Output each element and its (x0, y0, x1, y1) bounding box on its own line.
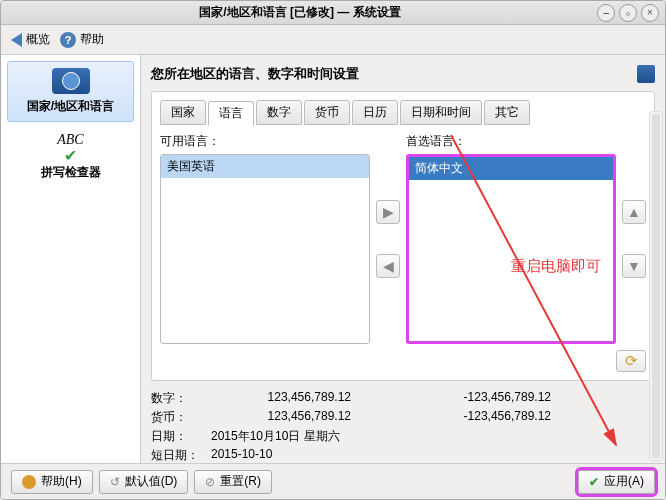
help-button[interactable]: 帮助(H) (11, 470, 93, 494)
window-title: 国家/地区和语言 [已修改] — 系统设置 (7, 4, 593, 21)
sidebar-item-locale[interactable]: 国家/地区和语言 (7, 61, 134, 122)
content-pane: 您所在地区的语言、数字和时间设置 国家 语言 数字 货币 日历 日期和时间 其它… (141, 55, 665, 463)
example-label: 日期： (151, 428, 211, 445)
overview-button[interactable]: 概览 (11, 31, 50, 48)
example-label: 数字： (151, 390, 211, 407)
tab-language[interactable]: 语言 (208, 101, 254, 126)
help-button[interactable]: ? 帮助 (60, 31, 104, 48)
main-area: 国家/地区和语言 ABC ✔ 拼写检查器 您所在地区的语言、数字和时间设置 国家… (1, 55, 665, 463)
reload-button[interactable]: ⟳ (616, 350, 646, 372)
minimize-button[interactable]: ‒ (597, 4, 615, 22)
example-value: 2015-10-10 (211, 447, 391, 463)
help-label: 帮助(H) (41, 473, 82, 490)
preferred-label: 首选语言： (406, 133, 616, 150)
apply-label: 应用(A) (604, 473, 644, 490)
example-row-shortdate: 短日期： 2015-10-10 (151, 446, 655, 463)
remove-language-button[interactable]: ◀ (376, 254, 400, 278)
list-item[interactable]: 简体中文 (409, 157, 613, 180)
example-row-number: 数字： 123,456,789.12 -123,456,789.12 (151, 389, 655, 408)
tab-country[interactable]: 国家 (160, 100, 206, 125)
tab-numbers[interactable]: 数字 (256, 100, 302, 125)
format-examples: 数字： 123,456,789.12 -123,456,789.12 货币： 1… (151, 389, 655, 463)
example-value: 2015年10月10日 星期六 (211, 428, 391, 445)
tab-other[interactable]: 其它 (484, 100, 530, 125)
close-button[interactable]: × (641, 4, 659, 22)
check-icon: ✔ (9, 148, 132, 164)
lifebuoy-icon (22, 475, 36, 489)
back-arrow-icon (11, 33, 22, 47)
vertical-scrollbar[interactable] (649, 111, 663, 461)
toolbar: 概览 ? 帮助 (1, 25, 665, 55)
defaults-label: 默认值(D) (125, 473, 178, 490)
example-value-negative: -123,456,789.12 (391, 409, 551, 426)
available-column: 可用语言： 美国英语 (160, 133, 370, 344)
reload-icon: ⟳ (625, 352, 638, 370)
sidebar-item-label: 国家/地区和语言 (10, 98, 131, 115)
order-buttons: ▲ ▼ (622, 200, 646, 278)
help-icon: ? (60, 32, 76, 48)
example-value-negative: -123,456,789.12 (391, 390, 551, 407)
overview-label: 概览 (26, 31, 50, 48)
sidebar: 国家/地区和语言 ABC ✔ 拼写检查器 (1, 55, 141, 463)
tab-currency[interactable]: 货币 (304, 100, 350, 125)
reset-button[interactable]: ⊘ 重置(R) (194, 470, 272, 494)
globe-icon (637, 65, 655, 83)
move-up-button[interactable]: ▲ (622, 200, 646, 224)
help-label: 帮助 (80, 31, 104, 48)
tab-calendar[interactable]: 日历 (352, 100, 398, 125)
example-label: 短日期： (151, 447, 211, 463)
transfer-buttons: ▶ ◀ (376, 200, 400, 278)
content-title: 您所在地区的语言、数字和时间设置 (151, 65, 637, 83)
apply-button[interactable]: ✔ 应用(A) (578, 470, 655, 494)
arrow-up-icon: ▲ (627, 204, 641, 220)
arrow-left-icon: ◀ (383, 258, 394, 274)
example-label: 货币： (151, 409, 211, 426)
settings-panel: 国家 语言 数字 货币 日历 日期和时间 其它 可用语言： 美国英语 ▶ ◀ (151, 91, 655, 381)
wand-icon: ↺ (110, 475, 120, 489)
titlebar: 国家/地区和语言 [已修改] — 系统设置 ‒ ⬦ × (1, 1, 665, 25)
move-down-button[interactable]: ▼ (622, 254, 646, 278)
abc-icon: ABC (9, 132, 132, 148)
example-value-positive: 123,456,789.12 (211, 390, 391, 407)
tab-bar: 国家 语言 数字 货币 日历 日期和时间 其它 (160, 100, 646, 125)
arrow-down-icon: ▼ (627, 258, 641, 274)
language-area: 可用语言： 美国英语 ▶ ◀ 首选语言： 简体中文 重启电脑即可 (160, 133, 646, 344)
available-listbox[interactable]: 美国英语 (160, 154, 370, 344)
sidebar-item-spellcheck[interactable]: ABC ✔ 拼写检查器 (7, 126, 134, 187)
defaults-button[interactable]: ↺ 默认值(D) (99, 470, 189, 494)
example-value-positive: 123,456,789.12 (211, 409, 391, 426)
sidebar-item-label: 拼写检查器 (9, 164, 132, 181)
add-language-button[interactable]: ▶ (376, 200, 400, 224)
tab-datetime[interactable]: 日期和时间 (400, 100, 482, 125)
preferred-column: 首选语言： 简体中文 重启电脑即可 (406, 133, 616, 344)
reset-icon: ⊘ (205, 475, 215, 489)
content-header: 您所在地区的语言、数字和时间设置 (151, 65, 655, 83)
maximize-button[interactable]: ⬦ (619, 4, 637, 22)
annotation-text: 重启电脑即可 (511, 257, 601, 276)
example-row-date: 日期： 2015年10月10日 星期六 (151, 427, 655, 446)
reload-row: ⟳ (160, 350, 646, 372)
preferred-listbox[interactable]: 简体中文 重启电脑即可 (406, 154, 616, 344)
arrow-right-icon: ▶ (383, 204, 394, 220)
footer: 帮助(H) ↺ 默认值(D) ⊘ 重置(R) ✔ 应用(A) (1, 463, 665, 499)
globe-flag-icon (52, 68, 90, 94)
apply-check-icon: ✔ (589, 475, 599, 489)
available-label: 可用语言： (160, 133, 370, 150)
reset-label: 重置(R) (220, 473, 261, 490)
list-item[interactable]: 美国英语 (161, 155, 369, 178)
example-row-currency: 货币： 123,456,789.12 -123,456,789.12 (151, 408, 655, 427)
